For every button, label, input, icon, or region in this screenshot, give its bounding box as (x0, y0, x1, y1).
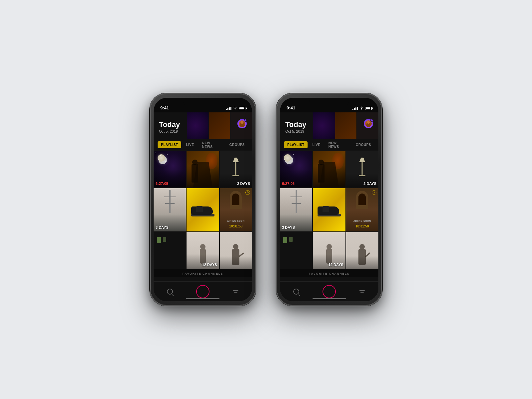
svg-point-0 (235, 109, 235, 110)
story-notification-dot-left (244, 119, 247, 122)
header-text-right: Today Oct 5, 2019 (285, 121, 306, 133)
grid-cell-tower-right[interactable]: 3 DAYS (280, 188, 312, 231)
tab-newnews-right[interactable]: NEW NEWS (325, 140, 351, 150)
tab-newnews-left[interactable]: NEW NEWS (199, 140, 225, 150)
wifi-icon-right (359, 106, 364, 110)
battery-icon-left (239, 107, 245, 110)
menu-icon-left (233, 290, 238, 293)
header-title-left: Today (159, 121, 180, 129)
phone-frame-right: 9:41 (276, 93, 382, 306)
search-button-right[interactable] (290, 285, 303, 298)
timer-label-right: 6:27:05 (282, 182, 295, 186)
record-button-left[interactable] (196, 285, 209, 298)
airing-badge-left: AIRING SOON 10:31:58 (221, 220, 251, 229)
grid-content-right: 6:27:05 (280, 151, 378, 281)
grid-cell-space-left[interactable]: 6:27:05 (154, 151, 186, 188)
phone-screen-right: 9:41 (280, 98, 378, 301)
search-button-left[interactable] (163, 285, 177, 298)
tab-groups-right[interactable]: GROUPS (352, 141, 374, 148)
header-right-section: Today Oct 5, 2019 (280, 112, 378, 139)
story-indicator-right (324, 115, 334, 116)
app-content-right: Today Oct 5, 2019 (280, 112, 378, 301)
search-icon-left (167, 289, 173, 295)
status-icons-left (226, 106, 246, 110)
timer-label-left: 6:27:05 (156, 182, 168, 186)
status-bar-left: 9:41 (154, 98, 252, 112)
menu-button-left[interactable] (229, 285, 242, 298)
grid-cell-figure-right[interactable]: 12 DAYS (313, 232, 345, 269)
grid-cell-tree-left[interactable] (187, 151, 219, 188)
record-icon-left (196, 285, 209, 298)
grid-row-2-right: 3 DAYS (280, 188, 378, 231)
days-label-figure-right: 12 DAYS (329, 263, 343, 267)
header-date-left: Oct 5, 2019 (159, 129, 180, 133)
grid-cell-building-left[interactable] (154, 232, 186, 269)
grid-cell-arch-left[interactable]: AIRING SOON 10:31:58 (220, 188, 252, 231)
nav-tabs-left: PLAYLIST LIVE NEW NEWS GROUPS (154, 139, 252, 151)
phone-frame-left: 9:41 (150, 93, 256, 306)
story-notification-dot-right (370, 119, 373, 122)
tab-live-right[interactable]: LIVE (309, 141, 324, 148)
tab-playlist-right[interactable]: PLAYLIST (284, 141, 308, 148)
airing-badge-right: AIRING SOON 10:31:58 (347, 220, 377, 229)
grid-row-3-left: 12 DAYS (154, 232, 252, 269)
tab-groups-left[interactable]: GROUPS (226, 141, 248, 148)
clock-icon-arch-left (245, 190, 250, 195)
grid-row-2-left: 3 DAYS (154, 188, 252, 231)
grid-cell-sneaker-left[interactable] (187, 188, 219, 231)
status-icons-right (352, 106, 372, 110)
grid-cell-dancer-right[interactable] (346, 232, 378, 269)
fav-channels-label-right: FAVORITE CHANNELS (280, 269, 378, 277)
grid-cell-tower-left[interactable]: 3 DAYS (154, 188, 186, 231)
bottom-nav-left (154, 281, 252, 301)
home-indicator-right (313, 298, 346, 299)
menu-icon-right (359, 290, 365, 293)
grid-row-1-left: 6:27:05 (154, 151, 252, 188)
home-indicator-left (186, 298, 219, 299)
notch-left (183, 98, 223, 106)
grid-cell-building-right[interactable] (280, 232, 312, 269)
fav-channels-label-left: FAVORITE CHANNELS (154, 269, 252, 277)
days-label-tower-left: 3 DAYS (156, 225, 169, 229)
app-content-left: Today Oct 5, 2019 (154, 112, 252, 301)
header-title-right: Today (285, 121, 306, 129)
days-label-figure-left: 12 DAYS (202, 263, 217, 267)
record-button-right[interactable] (323, 285, 336, 298)
grid-cell-space-right[interactable]: 6:27:05 (280, 151, 312, 188)
grid-row-3-right: 12 DAYS (280, 232, 378, 269)
days-label-tower-right: 3 DAYS (282, 225, 295, 229)
tab-live-left[interactable]: LIVE (183, 141, 197, 148)
days-label-lamp-right: 2 DAYS (363, 182, 376, 186)
fav-channels-section-left: FAVORITE CHANNELS (154, 269, 252, 277)
menu-button-right[interactable] (355, 285, 369, 298)
wifi-icon-left (233, 106, 237, 110)
days-label-lamp-left: 2 DAYS (237, 182, 250, 186)
signal-bars-right (352, 107, 358, 110)
fav-channels-section-right: FAVORITE CHANNELS (280, 269, 378, 277)
avatar-right[interactable] (364, 119, 373, 128)
bottom-nav-right (280, 281, 378, 301)
grid-cell-sneaker-right[interactable] (313, 188, 345, 231)
grid-content-left: 6:27:05 (154, 151, 252, 281)
grid-cell-tree-right[interactable] (313, 151, 345, 188)
story-indicator-left (198, 115, 208, 116)
header-left: Today Oct 5, 2019 (154, 112, 252, 139)
record-icon-right (323, 285, 336, 298)
clock-icon-arch-right (372, 190, 376, 195)
notch-right (309, 98, 349, 106)
grid-cell-lamp-left[interactable]: 2 DAYS (220, 151, 252, 188)
signal-bars-left (226, 107, 232, 110)
header-date-right: Oct 5, 2019 (285, 129, 306, 133)
grid-cell-lamp-right[interactable]: 2 DAYS (346, 151, 378, 188)
nav-tabs-right: PLAYLIST LIVE NEW NEWS GROUPS (280, 139, 378, 151)
avatar-left[interactable] (237, 119, 247, 128)
phone-left: 9:41 (150, 93, 256, 306)
grid-cell-dancer-left[interactable] (220, 232, 252, 269)
tab-playlist-left[interactable]: PLAYLIST (158, 141, 181, 148)
status-time-right: 9:41 (287, 105, 295, 110)
svg-point-1 (361, 109, 362, 110)
grid-cell-arch-right[interactable]: AIRING SOON 10:31:58 (346, 188, 378, 231)
phone-right: 9:41 (276, 93, 382, 306)
grid-cell-figure-left[interactable]: 12 DAYS (187, 232, 219, 269)
header-text-left: Today Oct 5, 2019 (159, 121, 180, 133)
